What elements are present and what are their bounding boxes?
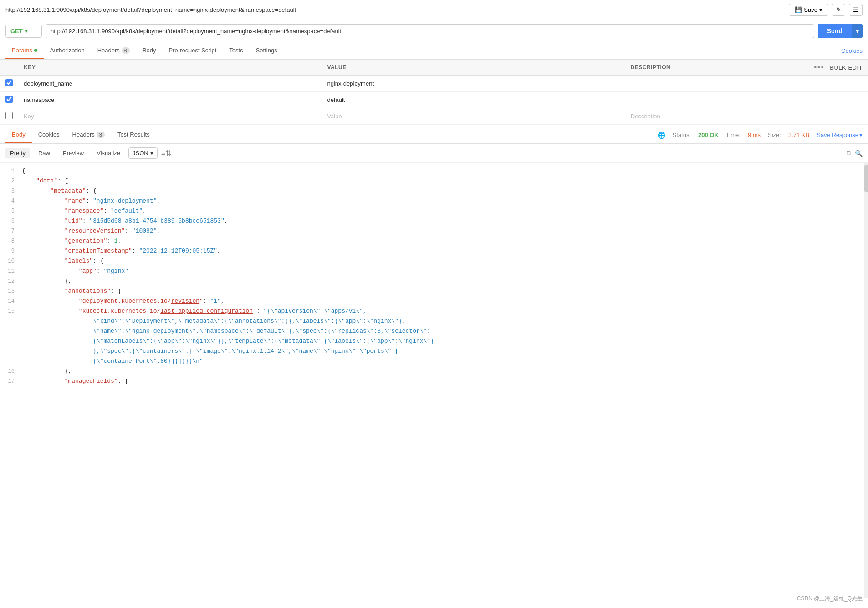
status-label: Status: xyxy=(673,132,691,138)
format-right-actions: ⧉ 🔍 xyxy=(847,149,863,157)
save-response-dropdown: ▾ xyxy=(859,132,863,138)
param-checkbox-1[interactable] xyxy=(5,79,13,86)
json-line: 17 "managedFields": [ xyxy=(0,377,868,387)
tab-body[interactable]: Body xyxy=(136,42,163,59)
tab-tests[interactable]: Tests xyxy=(223,42,249,59)
save-dropdown-icon[interactable]: ▾ xyxy=(819,6,822,13)
edit-icon: ✎ xyxy=(836,6,841,13)
send-dropdown-button[interactable]: ▾ xyxy=(852,24,863,38)
send-button[interactable]: Send xyxy=(818,24,852,38)
json-line: 14 "deployment.kubernetes.io/revision": … xyxy=(0,297,868,307)
headers-badge: 6 xyxy=(122,47,130,54)
method-dropdown-icon: ▾ xyxy=(25,28,28,35)
json-line: \"name\":\"nginx-deployment\",\"namespac… xyxy=(0,327,868,337)
top-tab-bar: Params Authorization Headers 6 Body Pre-… xyxy=(0,42,868,60)
tab-pre-request-script[interactable]: Pre-request Script xyxy=(163,42,223,59)
comment-button[interactable]: ☰ xyxy=(849,4,863,16)
scrollbar-track[interactable] xyxy=(864,163,868,598)
param-val-new: Value xyxy=(327,113,342,120)
param-checkbox-new[interactable] xyxy=(5,112,13,119)
json-format-dropdown: ▾ xyxy=(150,150,153,157)
response-tab-body[interactable]: Body xyxy=(5,127,32,143)
time-label: Time: xyxy=(726,132,740,138)
json-line: 3 "metadata": { xyxy=(0,187,868,197)
save-icon: 💾 xyxy=(795,6,802,13)
save-button[interactable]: 💾 Save ▾ xyxy=(789,4,828,16)
fmt-preview[interactable]: Preview xyxy=(58,148,88,158)
tab-pre-request-label: Pre-request Script xyxy=(169,47,217,54)
save-response-button[interactable]: Save Response ▾ xyxy=(817,132,863,138)
response-tab-bar: Body Cookies Headers 3 Test Results 🌐 St… xyxy=(0,127,868,144)
param-key-2: namespace xyxy=(24,96,54,103)
tab-headers-label: Headers xyxy=(97,47,120,54)
tab-settings-label: Settings xyxy=(256,47,277,54)
json-format-select[interactable]: JSON ▾ xyxy=(128,147,158,159)
tab-params[interactable]: Params xyxy=(5,42,44,59)
status-value: 200 OK xyxy=(698,132,719,138)
params-table: KEY VALUE DESCRIPTION ••• Bulk Edit depl… xyxy=(0,60,868,125)
request-bar: GET ▾ Send ▾ xyxy=(0,20,868,42)
json-line: 13 "annotations": { xyxy=(0,287,868,297)
tab-settings[interactable]: Settings xyxy=(250,42,284,59)
globe-icon: 🌐 xyxy=(658,132,665,139)
param-val-2: default xyxy=(327,96,345,103)
col-key: KEY xyxy=(18,60,322,76)
col-description: DESCRIPTION ••• Bulk Edit xyxy=(625,60,868,76)
json-line: \"kind\":\"Deployment\",\"metadata\":{\"… xyxy=(0,317,868,327)
json-line: 2 "data": { xyxy=(0,177,868,187)
param-key-new: Key xyxy=(24,113,34,120)
save-response-label: Save Response xyxy=(817,132,858,138)
comment-icon: ☰ xyxy=(853,6,858,13)
json-line: 11 "app": "nginx" xyxy=(0,267,868,277)
response-status: 🌐 Status: 200 OK Time: 9 ms Size: 3.71 K… xyxy=(658,132,863,139)
tab-tests-label: Tests xyxy=(229,47,243,54)
json-line: 9 "creationTimestamp": "2022-12-12T09:05… xyxy=(0,247,868,257)
tab-body-label: Body xyxy=(143,47,156,54)
copy-icon[interactable]: ⧉ xyxy=(847,149,851,157)
response-tab-test-results-label: Test Results xyxy=(117,131,150,138)
json-line: 16 }, xyxy=(0,367,868,377)
fmt-pretty[interactable]: Pretty xyxy=(5,148,30,158)
param-val-1: nginx-deployment xyxy=(327,80,374,87)
json-line: 4 "name": "nginx-deployment", xyxy=(0,197,868,207)
title-url: http://192.168.31.1:9090/api/k8s/deploym… xyxy=(5,6,789,13)
method-select[interactable]: GET ▾ xyxy=(5,25,42,38)
watermark: CSDN @上海_运维_Q先生 xyxy=(797,595,863,598)
json-viewer: 1 { 2 "data": { 3 "metadata": { 4 "name"… xyxy=(0,163,868,598)
table-row-placeholder: Key Value Description xyxy=(0,108,868,125)
size-value: 3.71 KB xyxy=(788,132,809,138)
table-row: namespace default xyxy=(0,92,868,108)
response-tab-headers[interactable]: Headers 3 xyxy=(66,127,111,143)
cookies-link[interactable]: Cookies xyxy=(841,47,863,54)
param-checkbox-2[interactable] xyxy=(5,96,13,103)
tab-headers[interactable]: Headers 6 xyxy=(91,42,136,59)
param-desc-new: Description xyxy=(631,113,660,120)
tab-params-label: Params xyxy=(12,47,32,54)
tab-authorization-label: Authorization xyxy=(50,47,85,54)
json-line: 15 "kubectl.kubernetes.io/last-applied-c… xyxy=(0,307,868,317)
fmt-visualize[interactable]: Visualize xyxy=(92,148,125,158)
more-icon[interactable]: ••• xyxy=(814,63,825,71)
title-actions: 💾 Save ▾ ✎ ☰ xyxy=(789,4,863,16)
bulk-edit-button[interactable]: Bulk Edit xyxy=(830,64,863,71)
size-label: Size: xyxy=(768,132,781,138)
fmt-raw[interactable]: Raw xyxy=(34,148,55,158)
json-line: 5 "namespace": "default", xyxy=(0,207,868,217)
params-dot xyxy=(34,49,37,52)
scrollbar-thumb[interactable] xyxy=(864,165,868,192)
edit-button[interactable]: ✎ xyxy=(832,4,845,16)
json-line: 1 { xyxy=(0,167,868,177)
method-label: GET xyxy=(10,28,23,35)
response-tab-cookies-label: Cookies xyxy=(38,131,60,138)
search-icon[interactable]: 🔍 xyxy=(855,150,863,157)
sort-icon[interactable]: ≡⇅ xyxy=(161,149,171,157)
save-label: Save xyxy=(804,6,817,13)
time-value: 9 ms xyxy=(748,132,761,138)
param-key-1: deployment_name xyxy=(24,80,72,87)
tab-authorization[interactable]: Authorization xyxy=(44,42,91,59)
title-bar: http://192.168.31.1:9090/api/k8s/deploym… xyxy=(0,0,868,20)
format-bar: Pretty Raw Preview Visualize JSON ▾ ≡⇅ ⧉… xyxy=(0,144,868,163)
response-tab-cookies[interactable]: Cookies xyxy=(32,127,66,143)
url-input[interactable] xyxy=(46,24,814,38)
response-tab-test-results[interactable]: Test Results xyxy=(111,127,156,143)
